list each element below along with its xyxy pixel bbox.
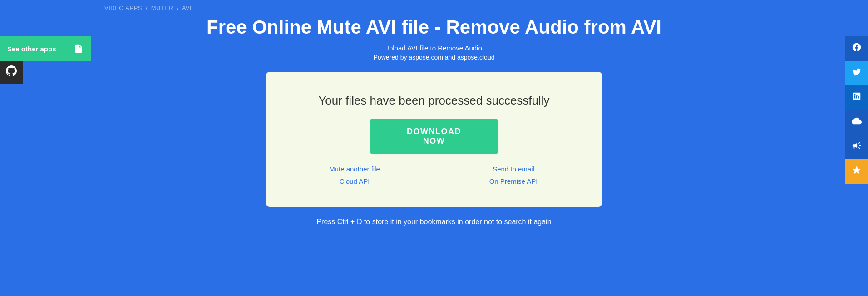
subtitle: Upload AVI file to Remove Audio. xyxy=(384,44,484,52)
facebook-button[interactable] xyxy=(845,36,868,61)
left-panel: See other apps xyxy=(0,36,91,84)
card-links: Mute another file Send to email Cloud AP… xyxy=(293,165,575,185)
cloud-button[interactable] xyxy=(845,110,868,135)
right-social-panel xyxy=(845,36,868,184)
facebook-icon xyxy=(852,42,862,55)
mute-another-file-link[interactable]: Mute another file xyxy=(293,165,416,173)
page-title: Free Online Mute AVI file - Remove Audio… xyxy=(207,16,661,39)
bookmark-hint: Press Ctrl + D to store it in your bookm… xyxy=(316,218,551,226)
download-now-button[interactable]: DOWNLOAD NOW xyxy=(370,119,498,154)
linkedin-button[interactable] xyxy=(845,85,868,110)
on-premise-api-link[interactable]: On Premise API xyxy=(452,177,575,185)
twitter-button[interactable] xyxy=(845,61,868,85)
star-button[interactable] xyxy=(845,159,868,184)
success-message: Your files have been processed successfu… xyxy=(318,94,549,108)
star-icon xyxy=(852,165,862,178)
aspose-cloud-link[interactable]: aspose.cloud xyxy=(457,54,495,61)
aspose-com-link[interactable]: aspose.com xyxy=(409,54,443,61)
breadcrumb-sep-1: / xyxy=(146,5,148,11)
linkedin-icon xyxy=(852,91,862,104)
powered-by-and: and xyxy=(445,54,455,61)
github-icon xyxy=(6,65,17,79)
github-button[interactable] xyxy=(0,61,23,84)
megaphone-icon xyxy=(852,140,862,153)
send-to-email-link[interactable]: Send to email xyxy=(452,165,575,173)
see-other-apps-button[interactable]: See other apps xyxy=(0,36,91,61)
see-other-apps-label: See other apps xyxy=(7,45,56,53)
powered-by-text: Powered by xyxy=(374,54,407,61)
breadcrumb: VIDEO APPS / MUTER / AVI xyxy=(0,0,868,16)
powered-by: Powered by aspose.com and aspose.cloud xyxy=(374,54,495,61)
megaphone-button[interactable] xyxy=(845,135,868,159)
cloud-api-link[interactable]: Cloud API xyxy=(293,177,416,185)
result-card: Your files have been processed successfu… xyxy=(266,72,602,207)
breadcrumb-sep-2: / xyxy=(177,5,178,11)
document-icon xyxy=(74,44,84,54)
breadcrumb-video-apps[interactable]: VIDEO APPS xyxy=(104,5,142,11)
breadcrumb-avi: AVI xyxy=(182,5,191,11)
main-content: Free Online Mute AVI file - Remove Audio… xyxy=(0,16,868,226)
breadcrumb-muter[interactable]: MUTER xyxy=(151,5,173,11)
twitter-icon xyxy=(852,67,862,80)
cloud-icon xyxy=(852,116,862,129)
